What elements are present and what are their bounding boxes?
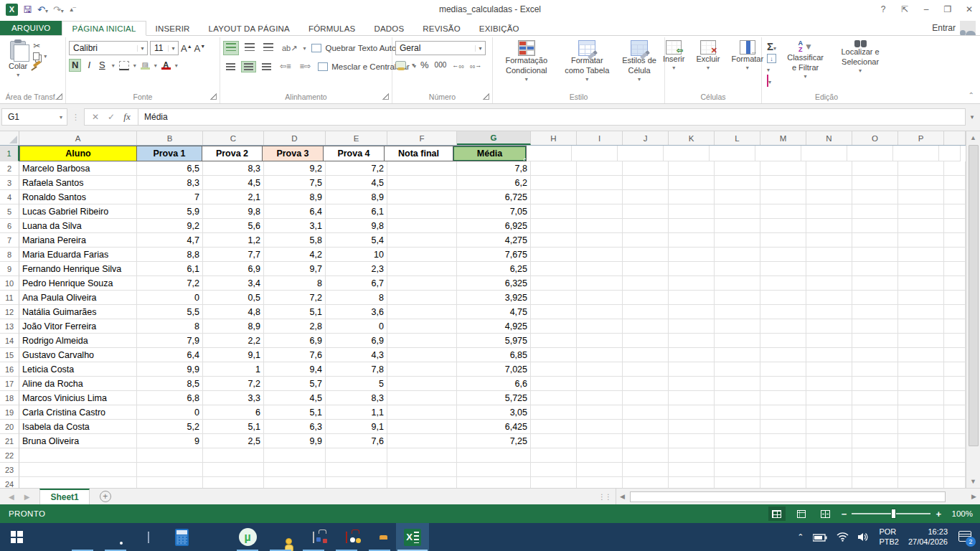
cell[interactable] xyxy=(944,405,966,420)
cell[interactable] xyxy=(715,319,760,334)
decrease-decimal-icon[interactable]: ₀₀→ xyxy=(470,62,481,69)
cell[interactable] xyxy=(852,291,898,305)
page-break-view-icon[interactable] xyxy=(817,507,834,521)
cell[interactable] xyxy=(710,146,755,161)
vertical-scroll-thumb[interactable] xyxy=(969,145,979,446)
cell[interactable] xyxy=(526,146,572,161)
row-header-17[interactable]: 17 xyxy=(0,377,19,391)
cell[interactable] xyxy=(898,161,944,176)
cell[interactable]: Gustavo Carvalho xyxy=(19,348,137,362)
cell[interactable] xyxy=(939,146,961,161)
column-header-M[interactable]: M xyxy=(760,131,806,145)
cell[interactable] xyxy=(944,448,966,463)
column-header-H[interactable]: H xyxy=(531,131,577,145)
cell[interactable] xyxy=(760,377,806,391)
cell[interactable] xyxy=(852,434,898,448)
cell[interactable]: 4,3 xyxy=(326,348,387,362)
cell[interactable] xyxy=(531,377,577,391)
cell[interactable]: 9,9 xyxy=(137,362,203,377)
cell[interactable]: 7,8 xyxy=(457,161,531,176)
cell[interactable] xyxy=(760,291,806,305)
cell[interactable] xyxy=(669,262,715,276)
row-header-23[interactable]: 23 xyxy=(0,463,19,477)
cell[interactable] xyxy=(806,348,852,362)
shrink-font-icon[interactable]: A▼ xyxy=(194,43,206,54)
tab-layout-da-pagina[interactable]: LAYOUT DA PÁGINA xyxy=(199,22,299,35)
cell[interactable] xyxy=(760,420,806,434)
cell[interactable] xyxy=(531,420,577,434)
autosum-icon[interactable]: Σ▾ xyxy=(767,40,776,52)
cell[interactable] xyxy=(669,391,715,405)
cell[interactable]: 6,725 xyxy=(457,190,531,204)
clipboard-dialog-launcher-icon[interactable] xyxy=(56,93,62,100)
cell[interactable] xyxy=(760,219,806,233)
cell[interactable] xyxy=(852,405,898,420)
row-header-4[interactable]: 4 xyxy=(0,190,19,204)
horizontal-scrollbar[interactable]: ◀ ▶ xyxy=(616,489,980,504)
column-header-E[interactable]: E xyxy=(326,131,387,145)
cell[interactable] xyxy=(577,204,623,219)
header-cell-prova-2[interactable]: Prova 2 xyxy=(202,146,263,161)
cell[interactable] xyxy=(531,319,577,334)
vertical-scrollbar[interactable]: ▲ ▼ xyxy=(966,131,980,488)
cell[interactable] xyxy=(715,276,760,291)
cell[interactable]: 6,9 xyxy=(264,334,326,348)
cell[interactable]: 9,2 xyxy=(264,161,326,176)
cell[interactable]: 4,2 xyxy=(264,248,326,262)
cell[interactable] xyxy=(852,319,898,334)
underline-caret[interactable]: ▾ xyxy=(112,62,115,69)
cell[interactable] xyxy=(531,276,577,291)
cell[interactable] xyxy=(898,276,944,291)
decrease-indent-icon[interactable]: ⇦≡ xyxy=(277,60,294,73)
cell[interactable] xyxy=(577,405,623,420)
cell[interactable] xyxy=(577,391,623,405)
row-header-1[interactable]: 1 xyxy=(0,146,19,161)
increase-indent-icon[interactable]: ≡⇨ xyxy=(297,60,314,73)
cell[interactable] xyxy=(326,448,387,463)
orientation-icon[interactable]: ab↗ xyxy=(279,42,300,55)
cell[interactable] xyxy=(669,176,715,190)
header-cell-prova-3[interactable]: Prova 3 xyxy=(262,146,324,161)
cell[interactable] xyxy=(806,276,852,291)
tab-arquivo[interactable]: ARQUIVO xyxy=(0,21,62,35)
cell[interactable] xyxy=(898,362,944,377)
font-family-select[interactable]: Calibri▾ xyxy=(69,41,148,55)
wifi-icon[interactable] xyxy=(837,532,849,542)
cell[interactable] xyxy=(760,190,806,204)
cell[interactable] xyxy=(944,463,966,477)
header-cell-nota-final[interactable]: Nota final xyxy=(384,146,453,161)
cell[interactable] xyxy=(898,248,944,262)
cell[interactable]: 5,1 xyxy=(203,420,264,434)
cell[interactable] xyxy=(944,477,966,488)
cell[interactable] xyxy=(618,146,664,161)
cell[interactable] xyxy=(387,161,457,176)
cell[interactable] xyxy=(264,448,326,463)
cell[interactable] xyxy=(852,219,898,233)
cell[interactable]: Aline da Rocha xyxy=(19,377,137,391)
header-cell-prova-1[interactable]: Prova 1 xyxy=(136,146,202,161)
cell[interactable] xyxy=(944,319,966,334)
font-size-select[interactable]: 11▾ xyxy=(150,41,179,55)
cell[interactable] xyxy=(577,362,623,377)
cell[interactable] xyxy=(944,334,966,348)
cell[interactable] xyxy=(669,190,715,204)
cell[interactable] xyxy=(760,334,806,348)
cell[interactable] xyxy=(852,477,898,488)
cell[interactable] xyxy=(898,377,944,391)
taskbar-start-button[interactable] xyxy=(0,523,33,551)
cell[interactable] xyxy=(806,204,852,219)
cell[interactable] xyxy=(898,434,944,448)
page-layout-view-icon[interactable] xyxy=(793,507,810,521)
cell[interactable] xyxy=(898,477,944,488)
cell[interactable]: 8,9 xyxy=(203,319,264,334)
cell[interactable] xyxy=(715,463,760,477)
cell[interactable] xyxy=(760,305,806,319)
format-cells-button[interactable]: ↔ Formatar▾ xyxy=(727,39,767,73)
cell[interactable] xyxy=(760,161,806,176)
cell[interactable] xyxy=(852,248,898,262)
sign-in[interactable]: Entrar xyxy=(932,21,980,35)
paste-button[interactable]: Colar ▾ xyxy=(4,39,32,81)
cell[interactable] xyxy=(944,219,966,233)
row-header-20[interactable]: 20 xyxy=(0,420,19,434)
cell[interactable] xyxy=(715,348,760,362)
